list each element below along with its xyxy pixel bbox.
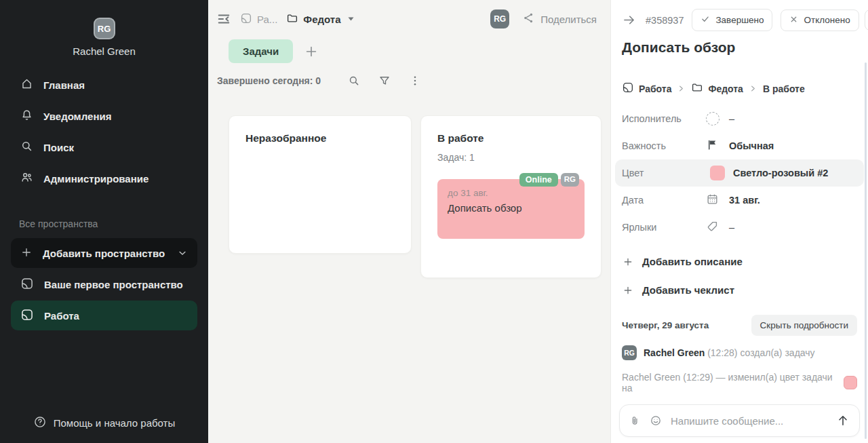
- column-title: Неразобранное: [245, 132, 395, 145]
- add-checklist-button[interactable]: Добавить чеклист: [611, 284, 868, 296]
- field-labels[interactable]: Ярлыки –: [611, 214, 868, 241]
- completed-today-label: Завершено сегодня: 0: [217, 75, 321, 86]
- sidebar-item-space-rabota[interactable]: Работа: [11, 301, 197, 330]
- field-date[interactable]: Дата 31 авг.: [611, 187, 868, 214]
- field-value: Светло-розовый #2: [733, 168, 828, 178]
- breadcrumb-space[interactable]: Работа: [622, 81, 671, 96]
- plus-icon: [623, 285, 633, 296]
- sidebar-item-first-space[interactable]: Ваше первое пространство: [11, 269, 197, 299]
- chevron-right-icon: [677, 85, 685, 92]
- complete-label: Завершено: [715, 15, 764, 25]
- kanban-column-inbox[interactable]: Неразобранное: [229, 115, 412, 254]
- activity-author: Rachel Green: [644, 347, 705, 358]
- task-panel-header: #358937 Завершено Отклонено: [611, 0, 868, 31]
- help-link[interactable]: Помощь и начало работы: [0, 415, 208, 431]
- field-label: Дата: [622, 195, 706, 206]
- spaces-section-label: Все пространства: [0, 218, 208, 229]
- field-label: Исполнитель: [622, 113, 706, 124]
- close-icon: [789, 15, 798, 26]
- task-title[interactable]: Дописать обзор: [611, 39, 868, 56]
- task-card[interactable]: Online RG до 31 авг. Дописать обзор: [437, 179, 585, 239]
- plus-icon: [20, 246, 33, 261]
- breadcrumb-label: Федота: [708, 83, 743, 94]
- column-task-count: Задач: 1: [437, 152, 585, 163]
- sidebar-item-search[interactable]: Поиск: [0, 132, 208, 163]
- chevron-right-icon: [749, 85, 757, 92]
- bell-icon: [20, 109, 33, 123]
- flag-icon: [706, 138, 719, 154]
- add-space-button[interactable]: Добавить пространство: [11, 238, 197, 268]
- breadcrumb-space[interactable]: Ра...: [240, 12, 277, 26]
- breadcrumb-folder[interactable]: Федота: [691, 81, 743, 96]
- more-options-icon[interactable]: [409, 75, 421, 87]
- breadcrumb-folder[interactable]: Федота: [286, 12, 353, 26]
- home-icon: [20, 77, 33, 92]
- field-priority[interactable]: Важность Обычная: [611, 132, 868, 159]
- space-icon: [20, 308, 34, 324]
- field-value: 31 авг.: [729, 195, 760, 206]
- hide-details-button[interactable]: Скрыть подробности: [751, 315, 857, 336]
- share-label: Поделиться: [540, 14, 597, 25]
- kanban-column-in-progress[interactable]: В работе Задач: 1 Online RG до 31 авг. Д…: [420, 115, 601, 278]
- assignee-placeholder-icon: [706, 112, 719, 126]
- activity-entry-created: RG Rachel Green (12:28) создал(а) задачу: [611, 345, 868, 360]
- activity-date-row: Четверг, 29 августа Скрыть подробности: [611, 315, 868, 336]
- share-icon: [523, 12, 534, 26]
- field-label: Ярлыки: [622, 222, 706, 233]
- field-value: –: [729, 222, 734, 233]
- activity-date: Четверг, 29 августа: [622, 320, 709, 330]
- search-icon[interactable]: [348, 75, 360, 87]
- field-assignee[interactable]: Исполнитель –: [611, 105, 868, 132]
- sidebar-item-administration[interactable]: Администрирование: [0, 163, 208, 194]
- search-icon: [20, 140, 33, 155]
- breadcrumb-label: Работа: [639, 83, 671, 94]
- emoji-icon[interactable]: [650, 415, 662, 427]
- board-toolbar: Завершено сегодня: 0: [208, 75, 610, 87]
- field-label: Важность: [622, 140, 706, 151]
- kanban-columns: Неразобранное В работе Задач: 1 Online R…: [208, 115, 610, 278]
- send-icon[interactable]: [836, 414, 850, 427]
- breadcrumb-status[interactable]: В работе: [763, 83, 805, 94]
- sidebar-item-label: Администрирование: [43, 173, 149, 185]
- breadcrumb-label: В работе: [763, 83, 805, 94]
- filter-icon[interactable]: [378, 75, 391, 87]
- task-breadcrumb: Работа Федота В работе: [611, 81, 868, 96]
- add-description-button[interactable]: Добавить описание: [611, 256, 868, 267]
- collapse-panel-icon[interactable]: [622, 13, 636, 27]
- task-detail-panel: #358937 Завершено Отклонено Дописать обз…: [610, 0, 868, 443]
- collapse-sidebar-icon[interactable]: [216, 12, 231, 26]
- add-checklist-label: Добавить чеклист: [642, 284, 734, 296]
- share-button[interactable]: Поделиться: [523, 12, 597, 26]
- sidebar-menu: Главная Уведомления Поиск Администрирова…: [0, 69, 208, 194]
- complete-button[interactable]: Завершено: [692, 9, 772, 31]
- help-label: Помощь и начало работы: [54, 417, 175, 429]
- user-avatar[interactable]: RG: [94, 18, 115, 39]
- scrollbar[interactable]: [865, 62, 867, 439]
- sidebar-item-notifications[interactable]: Уведомления: [0, 100, 208, 132]
- field-value: –: [729, 113, 734, 124]
- attachment-icon[interactable]: [629, 415, 641, 427]
- message-input[interactable]: [671, 415, 827, 427]
- activity-text: (12:28) создал(а) задачу: [707, 347, 814, 358]
- tab-tasks[interactable]: Задачи: [229, 39, 293, 63]
- breadcrumb-space-label: Ра...: [257, 14, 277, 25]
- field-color[interactable]: Цвет Светло-розовый #2: [615, 159, 864, 187]
- field-label: Цвет: [622, 168, 710, 178]
- add-tab-icon[interactable]: [304, 44, 319, 59]
- online-badge: Online: [519, 173, 558, 187]
- space-icon: [20, 277, 34, 292]
- decline-button[interactable]: Отклонено: [781, 9, 859, 31]
- board-tabs: Задачи: [208, 39, 610, 63]
- calendar-icon: [706, 193, 719, 208]
- avatar: RG: [622, 345, 637, 360]
- chevron-down-icon: [177, 248, 188, 258]
- card-due-date: до 31 авг.: [448, 188, 574, 198]
- card-avatar-badge: RG: [561, 173, 579, 187]
- add-space-label: Добавить пространство: [43, 248, 165, 259]
- task-more-options-icon[interactable]: [865, 9, 868, 31]
- sidebar-item-home[interactable]: Главная: [0, 69, 208, 100]
- card-title: Дописать обзор: [448, 202, 574, 214]
- add-description-label: Добавить описание: [642, 256, 743, 267]
- activity-text: Rachel Green (12:29) — изменил(а) цвет з…: [622, 372, 839, 393]
- board-user-avatar[interactable]: RG: [490, 9, 509, 28]
